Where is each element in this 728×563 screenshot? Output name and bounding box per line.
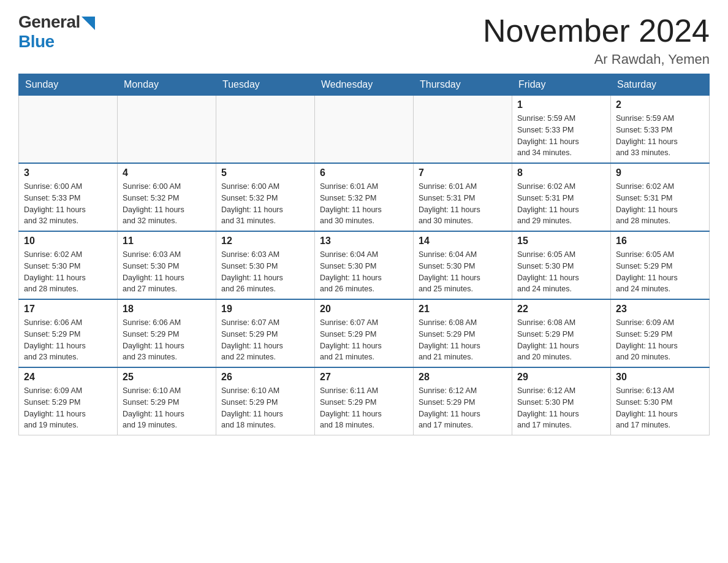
day-info: Sunrise: 6:12 AMSunset: 5:30 PMDaylight:… <box>517 385 605 431</box>
day-info: Sunrise: 6:03 AMSunset: 5:30 PMDaylight:… <box>123 249 211 295</box>
calendar-cell <box>216 96 315 164</box>
day-info: Sunrise: 6:04 AMSunset: 5:30 PMDaylight:… <box>320 249 408 295</box>
page-header: General Blue November 2024 Ar Rawdah, Ye… <box>18 12 710 67</box>
calendar-cell: 12Sunrise: 6:03 AMSunset: 5:30 PMDayligh… <box>216 231 315 299</box>
day-number: 5 <box>221 167 309 178</box>
day-number: 20 <box>320 304 408 315</box>
day-number: 2 <box>616 99 704 110</box>
day-info: Sunrise: 6:13 AMSunset: 5:30 PMDaylight:… <box>616 385 704 431</box>
day-number: 3 <box>24 167 112 178</box>
day-number: 1 <box>517 99 605 110</box>
calendar-cell: 6Sunrise: 6:01 AMSunset: 5:32 PMDaylight… <box>315 163 414 231</box>
calendar-week-row: 3Sunrise: 6:00 AMSunset: 5:33 PMDaylight… <box>19 163 710 231</box>
title-area: November 2024 Ar Rawdah, Yemen <box>483 12 710 67</box>
calendar-cell: 26Sunrise: 6:10 AMSunset: 5:29 PMDayligh… <box>216 367 315 435</box>
day-info: Sunrise: 6:10 AMSunset: 5:29 PMDaylight:… <box>221 385 309 431</box>
day-number: 6 <box>320 167 408 178</box>
day-number: 16 <box>616 236 704 247</box>
calendar-cell: 20Sunrise: 6:07 AMSunset: 5:29 PMDayligh… <box>315 299 414 367</box>
day-number: 7 <box>419 167 507 178</box>
day-number: 29 <box>517 372 605 383</box>
day-number: 9 <box>616 167 704 178</box>
calendar-cell: 23Sunrise: 6:09 AMSunset: 5:29 PMDayligh… <box>611 299 710 367</box>
day-info: Sunrise: 6:08 AMSunset: 5:29 PMDaylight:… <box>517 317 605 363</box>
calendar-cell: 19Sunrise: 6:07 AMSunset: 5:29 PMDayligh… <box>216 299 315 367</box>
day-info: Sunrise: 5:59 AMSunset: 5:33 PMDaylight:… <box>517 113 605 159</box>
logo-blue-text: Blue <box>18 32 55 51</box>
location: Ar Rawdah, Yemen <box>483 52 710 67</box>
calendar-cell: 17Sunrise: 6:06 AMSunset: 5:29 PMDayligh… <box>19 299 118 367</box>
day-info: Sunrise: 6:02 AMSunset: 5:30 PMDaylight:… <box>24 249 112 295</box>
day-number: 30 <box>616 372 704 383</box>
calendar-header-tuesday: Tuesday <box>216 74 315 96</box>
calendar-cell: 4Sunrise: 6:00 AMSunset: 5:32 PMDaylight… <box>118 163 216 231</box>
day-number: 22 <box>517 304 605 315</box>
calendar-cell: 5Sunrise: 6:00 AMSunset: 5:32 PMDaylight… <box>216 163 315 231</box>
day-number: 23 <box>616 304 704 315</box>
day-number: 11 <box>123 236 211 247</box>
day-number: 12 <box>221 236 309 247</box>
calendar-cell <box>315 96 414 164</box>
day-number: 26 <box>221 372 309 383</box>
day-info: Sunrise: 6:03 AMSunset: 5:30 PMDaylight:… <box>221 249 309 295</box>
calendar-cell: 24Sunrise: 6:09 AMSunset: 5:29 PMDayligh… <box>19 367 118 435</box>
calendar-table: SundayMondayTuesdayWednesdayThursdayFrid… <box>18 74 710 435</box>
day-info: Sunrise: 6:07 AMSunset: 5:29 PMDaylight:… <box>221 317 309 363</box>
calendar-week-row: 10Sunrise: 6:02 AMSunset: 5:30 PMDayligh… <box>19 231 710 299</box>
day-info: Sunrise: 6:01 AMSunset: 5:32 PMDaylight:… <box>320 181 408 227</box>
calendar-header-row: SundayMondayTuesdayWednesdayThursdayFrid… <box>19 74 710 96</box>
calendar-cell <box>118 96 216 164</box>
day-info: Sunrise: 6:07 AMSunset: 5:29 PMDaylight:… <box>320 317 408 363</box>
month-title: November 2024 <box>483 12 710 49</box>
calendar-cell: 3Sunrise: 6:00 AMSunset: 5:33 PMDaylight… <box>19 163 118 231</box>
logo: General Blue <box>18 12 95 52</box>
day-info: Sunrise: 6:10 AMSunset: 5:29 PMDaylight:… <box>123 385 211 431</box>
day-number: 27 <box>320 372 408 383</box>
calendar-cell: 28Sunrise: 6:12 AMSunset: 5:29 PMDayligh… <box>414 367 512 435</box>
calendar-header-thursday: Thursday <box>414 74 512 96</box>
day-number: 10 <box>24 236 112 247</box>
day-info: Sunrise: 6:05 AMSunset: 5:29 PMDaylight:… <box>616 249 704 295</box>
day-info: Sunrise: 6:02 AMSunset: 5:31 PMDaylight:… <box>616 181 704 227</box>
calendar-cell <box>19 96 118 164</box>
day-number: 15 <box>517 236 605 247</box>
day-info: Sunrise: 5:59 AMSunset: 5:33 PMDaylight:… <box>616 113 704 159</box>
calendar-cell <box>414 96 512 164</box>
day-number: 14 <box>419 236 507 247</box>
day-info: Sunrise: 6:09 AMSunset: 5:29 PMDaylight:… <box>616 317 704 363</box>
calendar-header-friday: Friday <box>512 74 611 96</box>
calendar-cell: 18Sunrise: 6:06 AMSunset: 5:29 PMDayligh… <box>118 299 216 367</box>
calendar-cell: 15Sunrise: 6:05 AMSunset: 5:30 PMDayligh… <box>512 231 611 299</box>
day-info: Sunrise: 6:12 AMSunset: 5:29 PMDaylight:… <box>419 385 507 431</box>
day-number: 28 <box>419 372 507 383</box>
day-info: Sunrise: 6:01 AMSunset: 5:31 PMDaylight:… <box>419 181 507 227</box>
calendar-week-row: 1Sunrise: 5:59 AMSunset: 5:33 PMDaylight… <box>19 96 710 164</box>
calendar-cell: 27Sunrise: 6:11 AMSunset: 5:29 PMDayligh… <box>315 367 414 435</box>
calendar-cell: 9Sunrise: 6:02 AMSunset: 5:31 PMDaylight… <box>611 163 710 231</box>
calendar-header-monday: Monday <box>118 74 216 96</box>
day-info: Sunrise: 6:06 AMSunset: 5:29 PMDaylight:… <box>24 317 112 363</box>
calendar-cell: 29Sunrise: 6:12 AMSunset: 5:30 PMDayligh… <box>512 367 611 435</box>
calendar-cell: 10Sunrise: 6:02 AMSunset: 5:30 PMDayligh… <box>19 231 118 299</box>
calendar-cell: 2Sunrise: 5:59 AMSunset: 5:33 PMDaylight… <box>611 96 710 164</box>
day-info: Sunrise: 6:04 AMSunset: 5:30 PMDaylight:… <box>419 249 507 295</box>
day-info: Sunrise: 6:05 AMSunset: 5:30 PMDaylight:… <box>517 249 605 295</box>
day-info: Sunrise: 6:11 AMSunset: 5:29 PMDaylight:… <box>320 385 408 431</box>
day-number: 13 <box>320 236 408 247</box>
calendar-header-wednesday: Wednesday <box>315 74 414 96</box>
calendar-cell: 1Sunrise: 5:59 AMSunset: 5:33 PMDaylight… <box>512 96 611 164</box>
day-number: 18 <box>123 304 211 315</box>
day-number: 8 <box>517 167 605 178</box>
calendar-header-sunday: Sunday <box>19 74 118 96</box>
calendar-header-saturday: Saturday <box>611 74 710 96</box>
calendar-cell: 8Sunrise: 6:02 AMSunset: 5:31 PMDaylight… <box>512 163 611 231</box>
day-number: 25 <box>123 372 211 383</box>
calendar-cell: 7Sunrise: 6:01 AMSunset: 5:31 PMDaylight… <box>414 163 512 231</box>
calendar-cell: 22Sunrise: 6:08 AMSunset: 5:29 PMDayligh… <box>512 299 611 367</box>
calendar-cell: 25Sunrise: 6:10 AMSunset: 5:29 PMDayligh… <box>118 367 216 435</box>
calendar-cell: 30Sunrise: 6:13 AMSunset: 5:30 PMDayligh… <box>611 367 710 435</box>
day-number: 19 <box>221 304 309 315</box>
day-info: Sunrise: 6:06 AMSunset: 5:29 PMDaylight:… <box>123 317 211 363</box>
day-number: 21 <box>419 304 507 315</box>
day-info: Sunrise: 6:08 AMSunset: 5:29 PMDaylight:… <box>419 317 507 363</box>
